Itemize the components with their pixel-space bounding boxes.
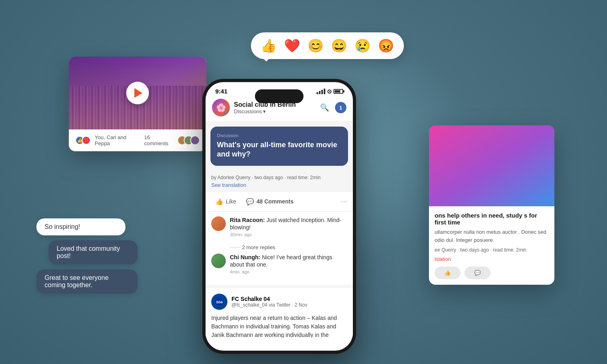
phone-notch xyxy=(255,89,304,103)
article-title: ons help others in need, study s for fir… xyxy=(435,212,549,226)
reaction-sad[interactable]: 😢 xyxy=(354,38,371,53)
reaction-bubble: 👍 ❤️ 😊 😄 😢 😡 xyxy=(251,32,404,59)
discussion-title: What's your all-time favorite movie and … xyxy=(217,140,342,159)
group-tab[interactable]: Discussions ▾ xyxy=(234,108,315,114)
article-action-btn-1[interactable]: 👍 xyxy=(435,267,461,279)
status-time: 9:41 xyxy=(215,88,227,95)
commenter-name-2: Chi Nungh: xyxy=(230,254,262,260)
video-thumbnail[interactable] xyxy=(69,57,206,129)
twitter-header: S04 FC Schalke 04 @fc_schalke_04 via Twi… xyxy=(211,294,347,310)
rita-avatar xyxy=(211,216,226,231)
discussion-label: Discussion xyxy=(217,133,342,138)
article-action-btn-2[interactable]: 💬 xyxy=(465,267,490,279)
chat-bubbles-container: So inspiring! Loved that community post!… xyxy=(36,218,138,294)
svg-line-11 xyxy=(492,179,500,192)
svg-point-13 xyxy=(483,183,501,201)
twitter-handle: @fc_schalke_04 via Twitter · 2 Nov xyxy=(231,302,307,308)
twitter-account-info: FC Schalke 04 @fc_schalke_04 via Twitter… xyxy=(231,296,307,308)
wifi-icon: ⊙ xyxy=(327,88,332,95)
chat-bubble-inspiring: So inspiring! xyxy=(36,218,125,235)
svg-point-3 xyxy=(497,141,515,159)
comment-body-2: Chi Nungh: Nice! I've heard great things… xyxy=(230,254,347,274)
chevron-down-icon: ▾ xyxy=(263,108,266,114)
comment-body-1: Rita Racoon: Just watched Inception. Min… xyxy=(230,216,347,237)
svg-rect-6 xyxy=(500,159,514,179)
reaction-thumbs-up[interactable]: 👍 xyxy=(261,38,277,53)
phone-frame: 9:41 ⊙ 🌸 Social club in Berlin xyxy=(202,79,356,354)
commenter-name-1: Rita Racoon: xyxy=(230,217,266,223)
search-icon[interactable]: 🔍 xyxy=(319,102,330,113)
comments-section: Rita Racoon: Just watched Inception. Min… xyxy=(206,212,353,288)
chi-avatar xyxy=(211,254,226,268)
comment-time-2: 4min. ago xyxy=(230,269,347,274)
reaction-angry[interactable]: 😡 xyxy=(378,38,394,53)
avatar-3 xyxy=(190,135,200,145)
svg-line-8 xyxy=(489,164,500,172)
like-button[interactable]: 👍 Like xyxy=(211,195,240,208)
signal-icon xyxy=(316,89,325,94)
more-replies[interactable]: 2 more replies xyxy=(211,243,347,254)
battery-icon xyxy=(333,89,343,94)
play-button[interactable] xyxy=(126,82,149,104)
comment-item-1: Rita Racoon: Just watched Inception. Min… xyxy=(211,216,347,237)
comment-count: 16 comments xyxy=(144,134,175,146)
reaction-heart[interactable]: ❤️ xyxy=(284,38,300,53)
more-options-button[interactable]: ··· xyxy=(341,197,347,206)
chat-bubble-community: Loved that community post! xyxy=(49,240,138,265)
article-meta: ee Querry · two days ago · read time: 2m… xyxy=(435,247,549,253)
comments-button[interactable]: 💬 48 Comments xyxy=(242,195,298,208)
svg-line-9 xyxy=(488,172,489,178)
article-actions: 👍 💬 xyxy=(435,267,549,279)
notification-badge[interactable]: 1 xyxy=(335,102,346,113)
post-meta: by Adorlee Querry · two days ago · read … xyxy=(206,171,353,182)
svg-text:Rapha: Rapha xyxy=(502,168,512,171)
twitter-avatar: S04 xyxy=(211,294,227,310)
header-icons: 🔍 1 xyxy=(319,102,346,113)
comment-time-1: 30min. ago xyxy=(230,232,347,237)
group-avatar: 🌸 xyxy=(212,99,230,116)
reactions-text: You, Carl and Peppa xyxy=(95,134,142,146)
article-image: Rapha xyxy=(429,125,554,206)
right-article-card: Rapha ons help others in need, study s f… xyxy=(429,125,554,285)
article-content: ons help others in need, study s for fir… xyxy=(429,206,554,285)
chat-bubble-together: Great to see everyone coming together. xyxy=(36,269,138,294)
video-post-card: 👍 ❤️ You, Carl and Peppa 16 comments xyxy=(69,57,206,151)
phone-screen: 9:41 ⊙ 🌸 Social club in Berlin xyxy=(206,82,353,351)
phone-content[interactable]: Discussion What's your all-time favorite… xyxy=(206,122,353,338)
comment-item-2: Chi Nungh: Nice! I've heard great things… xyxy=(211,254,347,274)
svg-rect-4 xyxy=(501,150,505,153)
svg-line-12 xyxy=(518,179,526,192)
twitter-account-name: FC Schalke 04 xyxy=(231,296,307,302)
twitter-post: S04 FC Schalke 04 @fc_schalke_04 via Twi… xyxy=(206,288,353,338)
discussion-card[interactable]: Discussion What's your all-time favorite… xyxy=(210,127,348,166)
heart-icon: ❤️ xyxy=(82,136,91,145)
svg-rect-5 xyxy=(507,150,511,153)
svg-text:S04: S04 xyxy=(216,300,223,304)
like-icon: 👍 xyxy=(215,198,223,205)
svg-rect-2 xyxy=(429,125,554,206)
comment-icon: 💬 xyxy=(246,198,254,205)
article-translation-link[interactable]: lslation xyxy=(435,256,451,262)
svg-point-14 xyxy=(517,183,535,201)
see-translation-link[interactable]: See translation xyxy=(206,182,353,192)
action-bar: 👍 Like 💬 48 Comments ··· xyxy=(206,192,353,212)
article-desc: ullamcorper nulla non metus auctor . Don… xyxy=(435,228,549,244)
status-icons: ⊙ xyxy=(316,88,343,95)
twitter-text: Injured players near a return to action … xyxy=(211,314,347,338)
reaction-smile[interactable]: 😊 xyxy=(308,38,324,53)
reaction-grin[interactable]: 😄 xyxy=(331,38,347,53)
